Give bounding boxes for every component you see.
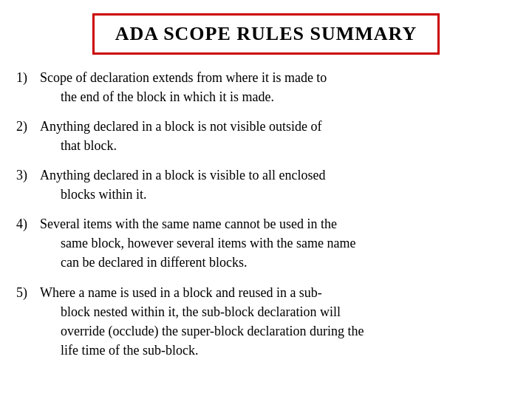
rule-5-line-4: life time of the sub-block. [40, 341, 364, 360]
rule-item-1: 1) Scope of declaration extends from whe… [16, 68, 516, 106]
rule-item-5: 5) Where a name is used in a block and r… [16, 283, 516, 360]
rule-item-3: 3) Anything declared in a block is visib… [16, 166, 516, 204]
rule-4-line-3: can be declared in different blocks. [40, 253, 355, 272]
rule-text-2: Anything declared in a block is not visi… [37, 117, 321, 155]
rule-5-line-2: block nested within it, the sub-block de… [40, 302, 364, 321]
rule-number-3: 3) [16, 166, 37, 185]
rule-text-1: Scope of declaration extends from where … [37, 68, 327, 106]
rule-number-1: 1) [16, 68, 37, 87]
rule-text-4: Several items with the same name cannot … [37, 214, 355, 272]
rule-5-line-1: Where a name is used in a block and reus… [40, 285, 322, 300]
rule-number-4: 4) [16, 214, 37, 233]
rule-text-3: Anything declared in a block is visible … [37, 166, 325, 204]
rule-number-2: 2) [16, 117, 37, 136]
rule-text-5: Where a name is used in a block and reus… [37, 283, 364, 360]
rule-2-line-1: Anything declared in a block is not visi… [40, 119, 321, 134]
rule-4-line-2: same block, however several items with t… [40, 233, 355, 253]
rule-1-line-2: the end of the block in which it is made… [40, 87, 327, 106]
page-title: ADA SCOPE RULES SUMMARY [115, 23, 417, 44]
rule-4-line-1: Several items with the same name cannot … [40, 216, 337, 231]
rule-3-line-1: Anything declared in a block is visible … [40, 168, 325, 183]
rule-5-line-3: override (occlude) the super-block decla… [40, 321, 364, 341]
title-box: ADA SCOPE RULES SUMMARY [92, 13, 440, 55]
rule-3-line-2: blocks within it. [40, 185, 325, 204]
rule-item-4: 4) Several items with the same name cann… [16, 214, 516, 272]
rule-2-line-2: that block. [40, 136, 321, 155]
rule-number-5: 5) [16, 283, 37, 302]
rule-1-line-1: Scope of declaration extends from where … [40, 70, 327, 85]
rule-item-2: 2) Anything declared in a block is not v… [16, 117, 516, 155]
rules-content: 1) Scope of declaration extends from whe… [16, 68, 516, 370]
